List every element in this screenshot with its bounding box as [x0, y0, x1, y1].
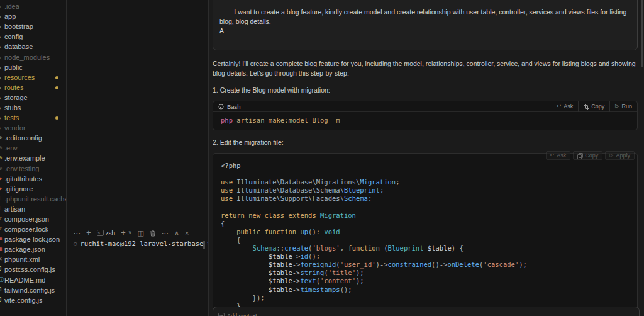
new-terminal-button[interactable]: + — [121, 229, 126, 237]
sidebar-item-storage[interactable]: ›storage — [0, 93, 66, 103]
code-line: return new class extends Migration — [221, 212, 630, 220]
chevron-right-icon: › — [0, 54, 4, 61]
step-label-2: 2. Edit the migration file: — [213, 138, 638, 147]
sidebar-item-database[interactable]: ›database — [0, 42, 66, 52]
copy-button[interactable]: Copy — [573, 151, 602, 160]
at-icon: @ — [218, 313, 225, 316]
chevron-up-icon[interactable]: ∧ — [174, 229, 179, 237]
ask-button[interactable]: ↩Ask — [552, 101, 579, 112]
file-tree: ›.idea›app›bootstrap›config›database›nod… — [0, 1, 66, 305]
terminal-prompt-line[interactable]: ○ ruchit-mac@192 laravel-starbase % — [67, 237, 208, 247]
file-label: app — [4, 13, 16, 20]
sidebar-item--editorconfig[interactable]: .editorconfig — [0, 133, 66, 143]
apply-icon: ▷ — [609, 153, 613, 158]
bash-icon — [218, 104, 224, 110]
terminal-panel: ⋯ + >_ zsh + ∨ ◫ ⋯ ∧ × ○ ruchit-mac@192 … — [67, 225, 208, 316]
step-label-1: 1. Create the Blog model with migration: — [213, 86, 638, 95]
code-line: { — [221, 236, 630, 244]
file-label: tailwind.config.js — [4, 286, 55, 294]
php-icon — [0, 206, 4, 212]
file-explorer: ›.idea›app›bootstrap›config›database›nod… — [0, 0, 67, 316]
sidebar-item--env-testing[interactable]: .env.testing — [0, 164, 66, 174]
modified-dot-icon — [55, 86, 58, 89]
code-line: $table->id(); — [221, 252, 630, 261]
sidebar-item--env-example[interactable]: .env.example — [0, 153, 66, 163]
file-label: .editorconfig — [4, 134, 42, 142]
sidebar-item-tests[interactable]: ›tests — [0, 113, 66, 123]
sidebar-item-routes[interactable]: ›routes — [0, 82, 66, 93]
code-actions: ↩AskCopy▷Run — [552, 101, 637, 112]
sidebar-item--phpunit-result-cache[interactable]: .phpunit.result.cache — [0, 194, 66, 204]
button-label: Copy — [585, 152, 598, 159]
sidebar-item-config[interactable]: ›config — [0, 31, 66, 42]
shell-label: zsh — [106, 230, 116, 237]
code-line: use Illuminate\Support\Facades\Schema; — [221, 195, 630, 203]
terminal-scrollbar[interactable] — [203, 241, 205, 249]
js-icon — [0, 298, 4, 303]
code-block-header: Bash ↩AskCopy▷Run — [213, 101, 637, 112]
sidebar-item-node-modules[interactable]: ›node_modules — [0, 52, 66, 62]
sidebar-item-bootstrap[interactable]: ›bootstrap — [0, 21, 66, 31]
sidebar-item-stubs[interactable]: ›stubs — [0, 103, 66, 113]
file-label: composer.lock — [4, 225, 48, 233]
sidebar-item-package-json[interactable]: package.json — [0, 244, 66, 254]
chevron-right-icon: › — [0, 114, 4, 121]
code-actions: ↩AskCopy▷Apply — [543, 151, 635, 160]
file-label: config — [4, 33, 23, 40]
file-label: tests — [4, 114, 19, 121]
sidebar-item-vendor[interactable]: ›vendor — [0, 123, 66, 133]
more-horizontal-icon[interactable]: ⋯ — [162, 229, 169, 237]
terminal-shell-tab[interactable]: >_ zsh — [97, 230, 116, 237]
file-label: vite.config.js — [4, 296, 43, 304]
sidebar-item-composer-json[interactable]: composer.json — [0, 214, 66, 224]
file-label: stubs — [4, 104, 21, 111]
sidebar-item--gitignore[interactable]: .gitignore — [0, 184, 66, 194]
composer-icon — [0, 217, 4, 222]
sidebar-item-artisan[interactable]: artisan — [0, 204, 66, 214]
chevron-down-icon[interactable]: ∨ — [128, 229, 132, 237]
run-button[interactable]: ▷Run — [609, 101, 637, 112]
sidebar-item-vite-config-js[interactable]: vite.config.js — [0, 295, 66, 305]
assistant-message: Certainly! I'll create a complete blog f… — [213, 59, 638, 78]
more-horizontal-icon[interactable]: ⋯ — [74, 229, 80, 237]
apply-button[interactable]: ▷Apply — [605, 151, 635, 160]
file-label: .env — [4, 144, 18, 152]
sidebar-item-app[interactable]: ›app — [0, 11, 66, 21]
code-line: $table->string('title'); — [221, 269, 630, 277]
split-editor-icon[interactable]: ◫ — [138, 229, 144, 237]
chat-scrollbar[interactable] — [641, 0, 643, 67]
button-label: Apply — [616, 152, 630, 159]
sidebar-item--env[interactable]: .env — [0, 143, 66, 153]
trash-icon[interactable] — [150, 230, 156, 237]
plus-icon[interactable]: + — [86, 229, 91, 237]
chevron-right-icon: › — [0, 124, 4, 132]
sidebar-item-public[interactable]: ›public — [0, 62, 66, 72]
sidebar-item-phpunit-xml[interactable]: phpunit.xml — [0, 254, 66, 264]
sidebar-item-tailwind-config-js[interactable]: tailwind.config.js — [0, 285, 66, 295]
sidebar-item-composer-lock[interactable]: composer.lock — [0, 224, 66, 234]
sidebar-item--gitattributes[interactable]: .gitattributes — [0, 174, 66, 184]
chat-panel: I want to create a blog feature, kindly … — [208, 0, 644, 316]
sidebar-item--idea[interactable]: ›.idea — [0, 1, 66, 11]
sidebar-item-resources[interactable]: ›resources — [0, 72, 66, 82]
composer-icon — [0, 227, 4, 232]
file-label: artisan — [4, 205, 25, 213]
file-label: database — [4, 43, 33, 50]
code-line — [221, 203, 630, 212]
terminal-icon: >_ — [97, 230, 104, 236]
chat-input[interactable]: @ Add context — [213, 307, 640, 316]
copy-button[interactable]: Copy — [578, 101, 609, 112]
run-icon: ▷ — [615, 104, 619, 109]
sidebar-item-readme-md[interactable]: README.md — [0, 275, 66, 285]
sidebar-item-package-lock-json[interactable]: package-lock.json — [0, 234, 66, 244]
sidebar-item-postcss-config-js[interactable]: postcss.config.js — [0, 264, 66, 274]
npm-icon — [0, 237, 4, 242]
close-icon[interactable]: × — [185, 229, 189, 237]
code-line: use Illuminate\Database\Migrations\Migra… — [221, 178, 630, 186]
file-label: routes — [4, 84, 24, 91]
file-label: phpunit.xml — [4, 256, 40, 263]
ask-button[interactable]: ↩Ask — [546, 151, 571, 160]
button-label: Ask — [564, 103, 573, 110]
code-line: <?php — [221, 162, 630, 170]
add-context-button[interactable]: @ Add context — [218, 313, 257, 316]
